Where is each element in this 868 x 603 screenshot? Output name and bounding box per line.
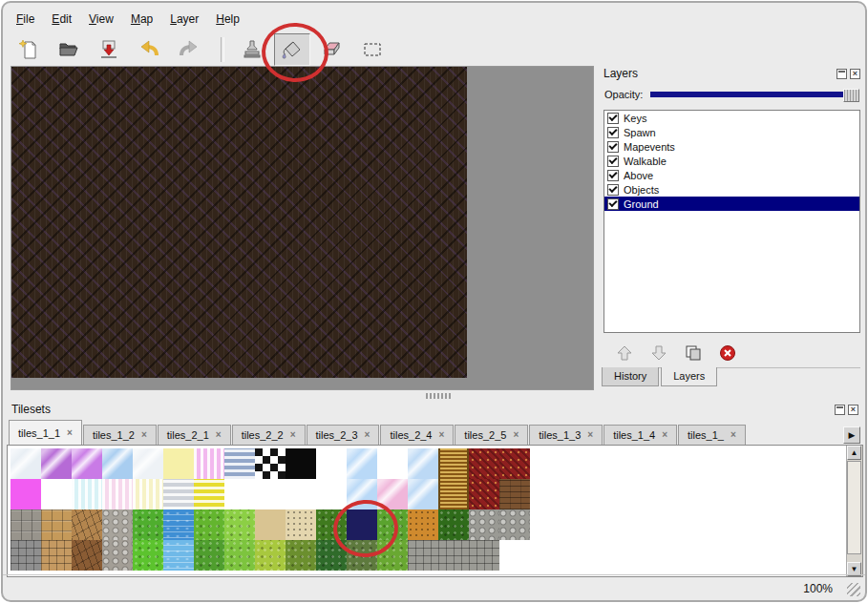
tileset-tab-tiles_1_3[interactable]: tiles_1_3× <box>529 425 603 445</box>
horizontal-splitter[interactable] <box>3 391 865 401</box>
tile[interactable] <box>499 448 530 479</box>
eraser-tool-button[interactable] <box>314 33 350 66</box>
tile[interactable] <box>316 509 347 540</box>
tile[interactable] <box>41 540 72 571</box>
tile[interactable] <box>255 479 286 509</box>
tile[interactable] <box>347 448 377 479</box>
layer-row-mapevents[interactable]: Mapevents <box>604 139 859 154</box>
layer-visibility-checkbox[interactable] <box>607 113 619 124</box>
tile[interactable] <box>438 479 469 509</box>
tile[interactable] <box>499 479 530 509</box>
move-layer-down-button[interactable] <box>647 343 670 364</box>
tileset-tab-tiles_1_2[interactable]: tiles_1_2× <box>83 425 157 445</box>
move-layer-up-button[interactable] <box>613 343 636 364</box>
tab-close-icon[interactable]: × <box>216 430 222 440</box>
tab-close-icon[interactable]: × <box>439 430 445 440</box>
tile[interactable] <box>163 448 194 479</box>
tab-close-icon[interactable]: × <box>141 430 147 440</box>
tab-close-icon[interactable]: × <box>513 430 519 440</box>
tile[interactable] <box>102 540 133 571</box>
tile[interactable] <box>133 479 163 509</box>
opacity-slider-track[interactable] <box>650 92 859 97</box>
stamp-tool-button[interactable] <box>234 33 270 66</box>
close-panel-icon[interactable]: × <box>850 69 860 79</box>
tile[interactable] <box>133 540 163 571</box>
tile[interactable] <box>163 540 194 571</box>
layer-visibility-checkbox[interactable] <box>607 141 619 153</box>
resize-grip-icon[interactable] <box>847 583 860 596</box>
tile[interactable] <box>347 540 377 571</box>
tile[interactable] <box>316 448 347 479</box>
tile[interactable] <box>499 509 530 540</box>
menu-item-file[interactable]: File <box>16 12 34 26</box>
tile[interactable] <box>102 479 133 509</box>
tile[interactable] <box>286 479 316 509</box>
tileset-tab-tiles_2_5[interactable]: tiles_2_5× <box>455 425 528 445</box>
tile[interactable] <box>438 540 469 571</box>
tile[interactable] <box>499 540 530 571</box>
tile[interactable] <box>255 540 286 571</box>
tile[interactable] <box>286 509 316 540</box>
opacity-slider-handle[interactable] <box>843 89 859 102</box>
tab-close-icon[interactable]: × <box>290 430 296 440</box>
redo-button[interactable] <box>171 33 207 66</box>
tile[interactable] <box>224 509 255 540</box>
tile[interactable] <box>469 509 499 540</box>
opacity-slider[interactable] <box>650 88 859 101</box>
layer-visibility-checkbox[interactable] <box>607 170 619 181</box>
tile[interactable] <box>438 448 469 479</box>
tile[interactable] <box>163 509 194 540</box>
tile[interactable] <box>102 448 133 479</box>
tile[interactable] <box>469 448 499 479</box>
tile[interactable] <box>286 540 316 571</box>
map-tiles[interactable] <box>11 67 467 378</box>
new-map-button[interactable] <box>11 33 47 66</box>
tile[interactable] <box>11 448 41 479</box>
tab-history[interactable]: History <box>602 367 659 386</box>
tab-close-icon[interactable]: × <box>67 428 73 438</box>
layer-visibility-checkbox[interactable] <box>607 198 619 210</box>
tile[interactable] <box>72 509 102 540</box>
tab-close-icon[interactable]: × <box>662 430 667 440</box>
layer-row-walkable[interactable]: Walkable <box>604 154 859 168</box>
layer-row-ground[interactable]: Ground <box>604 197 859 211</box>
select-tool-button[interactable] <box>354 33 391 66</box>
splitter-grip-icon[interactable] <box>426 393 453 399</box>
tile[interactable] <box>377 479 408 509</box>
tile[interactable] <box>194 509 224 540</box>
tile[interactable] <box>163 479 194 509</box>
close-panel-icon[interactable]: × <box>848 405 858 415</box>
tile[interactable] <box>72 540 102 571</box>
menu-item-help[interactable]: Help <box>216 12 240 26</box>
tile[interactable] <box>11 540 41 571</box>
tile[interactable] <box>408 448 438 479</box>
scrollbar-thumb[interactable] <box>847 461 861 554</box>
tile[interactable] <box>408 540 438 571</box>
tile[interactable] <box>72 448 102 479</box>
layer-visibility-checkbox[interactable] <box>607 127 619 138</box>
tab-close-icon[interactable]: × <box>730 430 736 440</box>
tile[interactable] <box>408 509 438 540</box>
tab-close-icon[interactable]: × <box>587 430 593 440</box>
tileset-tab-tiles_1_4[interactable]: tiles_1_4× <box>603 425 677 445</box>
tile[interactable] <box>286 448 316 479</box>
layer-visibility-checkbox[interactable] <box>607 184 619 196</box>
tile[interactable] <box>377 448 408 479</box>
tile[interactable] <box>133 448 163 479</box>
layer-row-keys[interactable]: Keys <box>604 111 859 125</box>
menu-item-view[interactable]: View <box>89 12 114 26</box>
menu-item-map[interactable]: Map <box>131 12 153 26</box>
tile[interactable] <box>72 479 102 509</box>
tile[interactable] <box>11 479 41 509</box>
tileset-tab-tiles_2_2[interactable]: tiles_2_2× <box>232 425 306 445</box>
tile[interactable] <box>469 540 499 571</box>
tile[interactable] <box>377 509 408 540</box>
tile[interactable] <box>133 509 163 540</box>
open-button[interactable] <box>51 33 87 66</box>
delete-layer-button[interactable] <box>716 343 739 364</box>
tile[interactable] <box>316 540 347 571</box>
tile[interactable] <box>316 479 347 509</box>
fill-tool-button[interactable] <box>274 33 310 66</box>
tab-close-icon[interactable]: × <box>365 430 370 440</box>
tileset-tab-tiles_1_[interactable]: tiles_1_× <box>678 425 746 445</box>
